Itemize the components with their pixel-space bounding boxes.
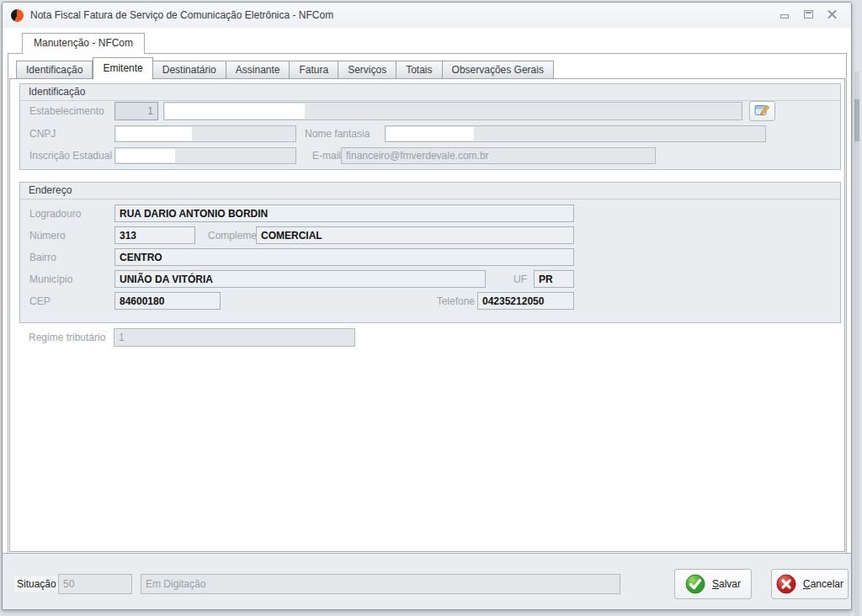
tab-fatura[interactable]: Fatura — [290, 61, 338, 79]
complemento-field[interactable]: COMERCIAL — [256, 226, 574, 244]
redaction-overlay — [116, 149, 175, 162]
footer-bar: Situação 50 Em Digitação Salvar Cancelar — [3, 553, 851, 609]
minimize-icon[interactable] — [780, 10, 790, 19]
nome-fantasia-label: Nome fantasia — [305, 128, 370, 140]
screen: Nota Fiscal Fatura de Serviço de Comunic… — [0, 0, 862, 616]
app-logo-icon — [11, 9, 24, 22]
cep-field[interactable]: 84600180 — [114, 292, 221, 310]
redaction-overlay — [116, 127, 192, 141]
tab-destinatario[interactable]: Destinatário — [153, 61, 226, 79]
tab-identificacao[interactable]: Identificação — [16, 61, 93, 79]
background-scrollbar[interactable] — [854, 72, 859, 616]
situacao-status-field[interactable]: Em Digitação — [141, 574, 620, 594]
uf-label: UF — [513, 273, 527, 285]
regime-tributario-field[interactable]: 1 — [114, 328, 355, 347]
situacao-code-field[interactable]: 50 — [58, 574, 132, 594]
title-bar[interactable]: Nota Fiscal Fatura de Serviço de Comunic… — [3, 3, 851, 28]
window-title: Nota Fiscal Fatura de Serviço de Comunic… — [30, 9, 333, 21]
select-establishment-button[interactable] — [749, 101, 775, 121]
bairro-field[interactable]: CENTRO — [114, 248, 574, 266]
estabelecimento-label: Estabelecimento — [29, 105, 104, 117]
situacao-label: Situação — [14, 576, 59, 592]
inscricao-estadual-field[interactable] — [114, 147, 296, 164]
redaction-overlay — [386, 127, 474, 141]
endereco-groupbox: Endereço Logradouro RUA DARIO ANTONIO BO… — [19, 182, 841, 323]
tab-servicos[interactable]: Serviços — [338, 61, 396, 79]
background-scrollbar-thumb[interactable] — [854, 99, 859, 141]
municipio-label: Município — [29, 273, 72, 285]
cancel-button[interactable]: Cancelar — [771, 569, 849, 599]
bairro-label: Bairro — [29, 252, 56, 263]
cnpj-label: CNPJ — [29, 128, 56, 140]
estabelecimento-name-field[interactable] — [163, 102, 742, 120]
email-label: E-mail — [311, 150, 341, 162]
tab-totais[interactable]: Totais — [396, 61, 442, 79]
telefone-field[interactable]: 04235212050 — [477, 292, 574, 310]
numero-label: Número — [29, 230, 66, 242]
restore-icon[interactable] — [803, 10, 814, 19]
close-icon[interactable] — [827, 10, 838, 19]
identificacao-group-title: Identificação — [20, 84, 840, 101]
nfcom-window: Nota Fiscal Fatura de Serviço de Comunic… — [2, 2, 852, 610]
save-label: Salvar — [712, 578, 741, 590]
identificacao-groupbox: Identificação Estabelecimento 1 CNPJ Nom… — [19, 83, 841, 170]
email-field[interactable]: financeiro@fmverdevale.com.br — [341, 147, 656, 164]
estabelecimento-code-field[interactable]: 1 — [114, 102, 158, 120]
logradouro-label: Logradouro — [29, 208, 81, 220]
redaction-overlay — [165, 104, 305, 119]
endereco-group-title: Endereço — [20, 183, 840, 199]
tab-assinante[interactable]: Assinante — [226, 61, 290, 79]
section-tab-strip: Identificação Emitente Destinatário Assi… — [16, 56, 554, 79]
tab-emitente[interactable]: Emitente — [93, 57, 152, 80]
form-pencil-edit-icon — [754, 104, 770, 118]
tab-observacoes-gerais[interactable]: Observações Gerais — [443, 61, 554, 79]
telefone-label: Telefone — [431, 295, 475, 307]
tab-manutencao-nfcom[interactable]: Manutenção - NFCom — [22, 33, 145, 54]
uf-field[interactable]: PR — [534, 270, 574, 288]
municipio-field[interactable]: UNIÃO DA VITÓRIA — [114, 270, 486, 288]
logradouro-field[interactable]: RUA DARIO ANTONIO BORDIN — [114, 204, 574, 222]
numero-field[interactable]: 313 — [114, 226, 195, 244]
cancel-label: Cancelar — [803, 578, 843, 590]
inscricao-estadual-label: Inscrição Estadual — [29, 150, 112, 162]
red-x-icon — [776, 574, 796, 594]
cep-label: CEP — [29, 295, 51, 307]
save-button[interactable]: Salvar — [674, 569, 752, 599]
green-check-icon — [685, 574, 705, 594]
regime-tributario-label: Regime tributário — [29, 332, 105, 343]
cnpj-field[interactable] — [114, 125, 296, 142]
nome-fantasia-field[interactable] — [385, 125, 766, 142]
